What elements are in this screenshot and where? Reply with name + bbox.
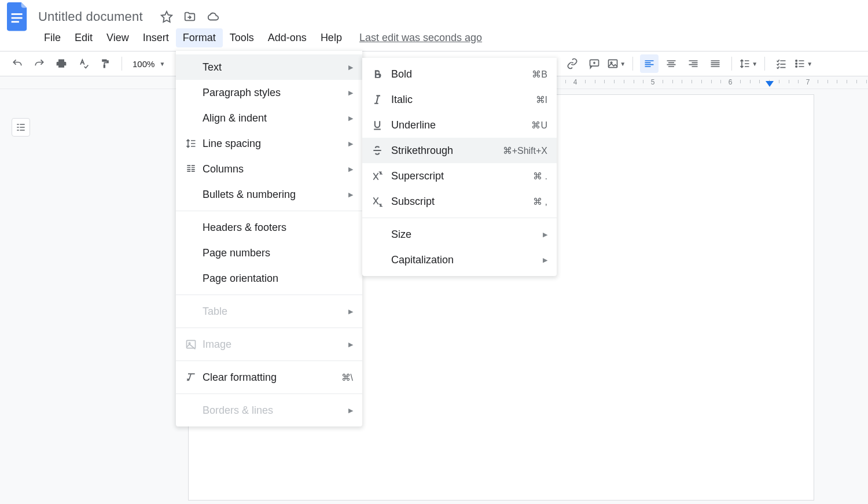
chevron-down-icon: ▼	[159, 61, 165, 67]
paint-format-button[interactable]	[96, 54, 115, 73]
format-menu-item[interactable]: Headers & footers	[176, 215, 362, 240]
menu-item-label: Paragraph styles	[203, 87, 348, 99]
menu-edit[interactable]: Edit	[68, 28, 100, 47]
align-right-button[interactable]	[684, 54, 703, 73]
ruler-tick	[672, 80, 673, 83]
clear-format-icon	[185, 371, 203, 383]
format-menu-item[interactable]: Columns▶	[176, 156, 362, 182]
menu-insert[interactable]: Insert	[136, 28, 176, 47]
text-submenu-item[interactable]: Subscript⌘ ,	[362, 189, 557, 214]
line-spacing-button[interactable]: ▼	[739, 54, 757, 73]
zoom-value: 100%	[133, 59, 155, 69]
menu-item-label: Table	[203, 306, 348, 318]
subscript-icon	[372, 196, 391, 207]
document-title[interactable]: Untitled document	[38, 9, 143, 24]
align-left-button[interactable]	[640, 54, 659, 73]
ruler-tick	[837, 80, 837, 83]
ruler-tick	[818, 80, 818, 83]
menu-divider	[176, 360, 362, 361]
toolbar-separator	[632, 57, 633, 71]
ruler-tick	[624, 80, 624, 83]
chevron-right-icon: ▶	[348, 115, 353, 122]
ruler-tick	[740, 80, 741, 83]
undo-button[interactable]	[8, 54, 27, 73]
ruler-tick	[750, 80, 751, 83]
underline-icon	[372, 119, 391, 131]
format-menu-item[interactable]: Clear formatting⌘\	[176, 365, 362, 390]
format-menu-item: Borders & lines▶	[176, 398, 362, 423]
ruler-tick	[614, 80, 615, 83]
ruler-tick	[692, 80, 692, 83]
chevron-down-icon: ▼	[807, 61, 812, 67]
align-center-button[interactable]	[662, 54, 681, 73]
ruler-tick	[759, 80, 760, 83]
text-submenu-item[interactable]: Bold⌘B	[362, 61, 557, 87]
format-menu-popup: Text▶Paragraph styles▶Align & indent▶Lin…	[176, 51, 362, 426]
checklist-button[interactable]	[772, 54, 790, 73]
menu-item-label: Image	[203, 339, 348, 351]
menu-item-label: Strikethrough	[391, 145, 495, 157]
menu-item-shortcut: ⌘I	[495, 94, 547, 105]
toolbar-separator	[731, 57, 732, 71]
format-menu-item[interactable]: Bullets & numbering▶	[176, 182, 362, 207]
print-button[interactable]	[52, 54, 71, 73]
menu-item-label: Superscript	[391, 170, 495, 182]
text-submenu-popup: Bold⌘BItalic⌘IUnderline⌘UStrikethrough⌘+…	[362, 58, 557, 276]
format-menu-item[interactable]: Page orientation	[176, 266, 362, 291]
format-menu-item[interactable]: Page numbers	[176, 240, 362, 266]
menu-divider	[176, 211, 362, 211]
image-icon	[185, 339, 203, 350]
spellcheck-button[interactable]	[74, 54, 93, 73]
format-menu-item[interactable]: Text▶	[176, 54, 362, 80]
ruler-tick	[585, 80, 586, 83]
outline-toggle-button[interactable]	[12, 118, 30, 137]
menu-addons[interactable]: Add-ons	[261, 28, 314, 47]
format-menu-item[interactable]: Paragraph styles▶	[176, 80, 362, 105]
chevron-right-icon: ▶	[348, 165, 353, 173]
redo-button[interactable]	[30, 54, 49, 73]
svg-rect-3	[104, 65, 105, 68]
text-submenu-item[interactable]: Capitalization▶	[362, 247, 557, 273]
menu-item-label: Capitalization	[391, 254, 543, 266]
ruler-tick	[866, 80, 867, 83]
menu-item-label: Page orientation	[203, 273, 353, 285]
text-submenu-item[interactable]: Strikethrough⌘+Shift+X	[362, 138, 557, 163]
docs-logo-icon[interactable]	[7, 2, 29, 31]
chevron-right-icon: ▶	[543, 256, 547, 264]
menu-item-shortcut: ⌘+Shift+X	[495, 145, 547, 156]
text-submenu-item[interactable]: Superscript⌘ .	[362, 163, 557, 189]
svg-rect-5	[609, 60, 617, 67]
menu-item-label: Align & indent	[203, 112, 348, 124]
zoom-dropdown[interactable]: 100% ▼	[129, 59, 168, 69]
menu-divider	[362, 218, 557, 218]
last-edit-link[interactable]: Last edit was seconds ago	[359, 32, 482, 44]
format-menu-item[interactable]: Line spacing▶	[176, 131, 362, 156]
cloud-status-icon[interactable]	[207, 10, 219, 23]
ruler-indent-marker[interactable]	[766, 81, 774, 87]
menu-view[interactable]: View	[100, 28, 136, 47]
menu-item-label: Size	[391, 229, 543, 241]
menu-tools[interactable]: Tools	[223, 28, 261, 47]
menu-file[interactable]: File	[37, 28, 68, 47]
text-submenu-item[interactable]: Underline⌘U	[362, 112, 557, 138]
ruler-tick	[634, 80, 634, 83]
star-icon[interactable]	[160, 10, 173, 23]
ruler-tick	[847, 80, 847, 83]
ruler-number: 7	[806, 78, 810, 86]
strike-icon	[372, 145, 391, 156]
bulleted-list-button[interactable]: ▼	[794, 54, 812, 73]
move-folder-icon[interactable]	[183, 10, 196, 23]
text-submenu-item[interactable]: Italic⌘I	[362, 87, 557, 112]
align-justify-button[interactable]	[706, 54, 724, 73]
menu-item-label: Text	[203, 61, 348, 73]
menu-item-label: Underline	[391, 119, 495, 131]
format-menu-item: Table▶	[176, 299, 362, 324]
insert-link-button[interactable]	[563, 54, 582, 73]
add-comment-button[interactable]	[585, 54, 604, 73]
format-menu-item[interactable]: Align & indent▶	[176, 105, 362, 131]
text-submenu-item[interactable]: Size▶	[362, 222, 557, 247]
menu-format[interactable]: Format	[176, 28, 223, 47]
menu-help[interactable]: Help	[314, 28, 349, 47]
ruler-tick	[789, 80, 789, 83]
insert-image-button[interactable]: ▼	[607, 54, 626, 73]
